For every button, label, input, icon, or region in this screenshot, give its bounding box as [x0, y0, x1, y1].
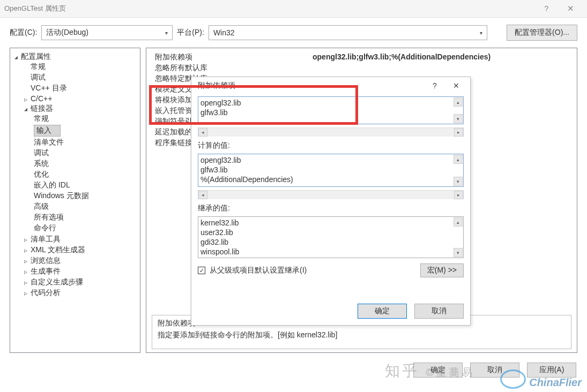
- tree-item[interactable]: 常规: [33, 114, 138, 124]
- scroll-up-icon[interactable]: ▴: [454, 97, 463, 107]
- tree-item[interactable]: 高级: [33, 201, 138, 212]
- platform-combo[interactable]: Win32 ▾: [209, 25, 487, 40]
- tree-item[interactable]: 清单文件: [33, 137, 138, 148]
- close-icon[interactable]: ✕: [559, 4, 583, 13]
- tree-item[interactable]: Windows 元数据: [33, 191, 138, 201]
- config-label: 配置(C):: [10, 28, 37, 37]
- help-icon[interactable]: ?: [534, 4, 559, 13]
- scroll-down-icon[interactable]: ▾: [454, 114, 463, 123]
- scroll-up-icon[interactable]: ▴: [454, 155, 463, 164]
- tree-item-cpp[interactable]: ▷C/C++: [23, 94, 138, 103]
- main-footer: 确定 取消 应用(A): [0, 358, 587, 385]
- expand-icon[interactable]: ▷: [24, 237, 31, 243]
- list-item: user32.lib: [200, 228, 461, 237]
- expand-icon[interactable]: ▷: [24, 96, 31, 102]
- scroll-right-icon[interactable]: ▸: [454, 191, 463, 199]
- tree-item[interactable]: ▷XML 文档生成器: [23, 245, 138, 255]
- collapse-icon[interactable]: ◢: [24, 106, 31, 112]
- list-item: gdi32.lib: [200, 237, 461, 247]
- dialog-titlebar: 附加依赖项 ? ✕: [191, 77, 470, 94]
- scroll-down-icon[interactable]: ▾: [454, 248, 463, 257]
- edit-listbox[interactable]: opengl32.lib glfw3.lib ▴ ▾: [198, 96, 464, 124]
- expand-icon[interactable]: ▷: [24, 269, 31, 275]
- tree-item[interactable]: 所有选项: [33, 212, 138, 223]
- tree-item[interactable]: ▷代码分析: [23, 288, 138, 298]
- tree-item[interactable]: ▷清单工具: [23, 234, 138, 245]
- scroll-left-icon[interactable]: ◂: [198, 128, 207, 137]
- list-item: kernel32.lib: [200, 218, 461, 228]
- expand-icon[interactable]: ▷: [24, 247, 31, 253]
- prop-row[interactable]: 附加依赖项opengl32.lib;glfw3.lib;%(Additional…: [152, 51, 571, 62]
- window-title: OpenGLTest 属性页: [4, 4, 66, 13]
- list-item: winspool.lib: [200, 247, 461, 257]
- tree-item[interactable]: VC++ 目录: [23, 83, 138, 94]
- tree-item[interactable]: 嵌入的 IDL: [33, 180, 138, 191]
- tree-item[interactable]: 优化: [33, 169, 138, 180]
- config-toolbar: 配置(C): 活动(Debug) ▾ 平台(P): Win32 ▾ 配置管理器(…: [0, 21, 587, 44]
- tree-item[interactable]: ▷自定义生成步骤: [23, 277, 138, 288]
- inherit-label: 继承的值:: [198, 203, 464, 213]
- chevron-down-icon: ▾: [165, 30, 168, 36]
- config-combo[interactable]: 活动(Debug) ▾: [41, 25, 173, 40]
- additional-deps-dialog: 附加依赖项 ? ✕ opengl32.lib glfw3.lib ▴ ▾ ◂ ▸…: [191, 77, 471, 326]
- scroll-up-icon[interactable]: ▴: [454, 217, 463, 227]
- macro-button[interactable]: 宏(M) >>: [420, 263, 464, 277]
- tree-root[interactable]: ◢配置属性 常规 调试 VC++ 目录 ▷C/C++ ◢链接器 常规 输入 清单…: [13, 51, 138, 299]
- tree-item[interactable]: 常规: [23, 62, 138, 72]
- list-item: opengl32.lib: [200, 155, 461, 165]
- calc-listbox: opengl32.lib glfw3.lib %(AdditionalDepen…: [198, 154, 464, 187]
- expand-icon[interactable]: ▷: [24, 280, 31, 285]
- dialog-cancel-button[interactable]: 取消: [414, 304, 464, 319]
- prop-row[interactable]: 忽略所有默认库: [152, 62, 571, 73]
- expand-icon[interactable]: ▷: [24, 258, 31, 264]
- close-icon[interactable]: ✕: [445, 81, 467, 90]
- inherit-check-label: 从父级或项目默认设置继承(I): [210, 266, 307, 275]
- prop-value: opengl32.lib;glfw3.lib;%(AdditionalDepen…: [313, 51, 491, 62]
- inherit-listbox: kernel32.lib user32.lib gdi32.lib winspo…: [198, 216, 464, 258]
- expand-icon[interactable]: ▷: [24, 290, 31, 296]
- calc-label: 计算的值:: [198, 141, 464, 150]
- platform-label: 平台(P):: [177, 28, 204, 37]
- tree-item[interactable]: ▷浏览信息: [23, 255, 138, 266]
- list-item[interactable]: glfw3.lib: [200, 108, 461, 117]
- help-icon[interactable]: ?: [424, 81, 445, 90]
- description-text: 指定要添加到链接命令行的附加项。[例如 kernel32.lib]: [158, 330, 566, 340]
- scroll-right-icon[interactable]: ▸: [454, 128, 463, 137]
- scroll-left-icon[interactable]: ◂: [198, 191, 207, 199]
- list-item: %(AdditionalDependencies): [200, 175, 461, 184]
- config-value: 活动(Debug): [46, 28, 88, 37]
- scroll-down-icon[interactable]: ▾: [454, 177, 463, 186]
- tree-item[interactable]: 命令行: [33, 223, 138, 233]
- config-manager-button[interactable]: 配置管理器(O)...: [507, 25, 577, 41]
- list-item[interactable]: opengl32.lib: [200, 98, 461, 108]
- cancel-button[interactable]: 取消: [470, 363, 519, 378]
- dialog-ok-button[interactable]: 确定: [358, 304, 407, 319]
- platform-value: Win32: [213, 28, 235, 37]
- collapse-icon[interactable]: ◢: [14, 54, 21, 60]
- ok-button[interactable]: 确定: [413, 363, 463, 378]
- tree-item[interactable]: 调试: [33, 148, 138, 159]
- tree-item-selected[interactable]: 输入: [33, 124, 138, 137]
- nav-tree: ◢配置属性 常规 调试 VC++ 目录 ▷C/C++ ◢链接器 常规 输入 清单…: [10, 48, 140, 353]
- list-item: glfw3.lib: [200, 165, 461, 175]
- dialog-title: 附加依赖项: [198, 81, 235, 91]
- apply-button[interactable]: 应用(A): [527, 363, 576, 378]
- inherit-checkbox[interactable]: ✓: [198, 267, 205, 274]
- tree-item[interactable]: 系统: [33, 159, 138, 169]
- tree-item[interactable]: ▷生成事件: [23, 266, 138, 277]
- tree-item[interactable]: 调试: [23, 72, 138, 83]
- tree-item-linker[interactable]: ◢链接器 常规 输入 清单文件 调试 系统 优化 嵌入的 IDL Windows…: [23, 103, 138, 234]
- chevron-down-icon: ▾: [480, 30, 482, 36]
- window-titlebar: OpenGLTest 属性页 ? ✕: [0, 0, 587, 18]
